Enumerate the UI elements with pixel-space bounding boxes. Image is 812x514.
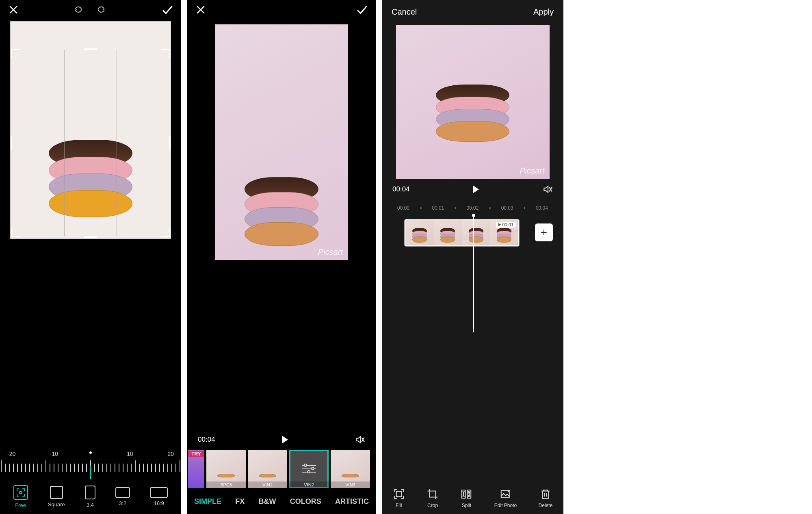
apply-button[interactable]: Apply [533, 7, 554, 17]
close-icon [8, 4, 19, 15]
ratio-16-9[interactable]: 16:9 [150, 487, 168, 506]
tool-crop[interactable]: Crop [427, 488, 439, 508]
trash-icon [539, 488, 552, 500]
tl-time: 00:04 [536, 205, 548, 211]
crop-icon [427, 488, 439, 500]
aspect-ratio-bar: Free Square 3:4 3:2 16:9 [0, 479, 181, 514]
crop-frame[interactable] [12, 50, 169, 236]
ratio-label: 3:2 [119, 500, 126, 506]
undo-icon [73, 4, 84, 15]
topbar: Cancel Apply [382, 0, 563, 24]
confirm-button[interactable] [161, 4, 173, 17]
tl-time: 00:02 [466, 205, 479, 211]
close-button[interactable] [8, 4, 19, 17]
cat-bw[interactable]: B&W [256, 495, 279, 508]
check-icon [161, 4, 173, 16]
ratio-label: Square [48, 501, 65, 507]
playback-row: 00:04 [187, 429, 376, 450]
filter-try[interactable]: TRY [188, 450, 204, 488]
cancel-button[interactable]: Cancel [392, 7, 417, 17]
crop-handle-bottom[interactable] [84, 236, 97, 238]
clip-duration: 00:01 [502, 222, 513, 227]
timeline-track[interactable]: 00:01 + [382, 215, 563, 252]
crop-handle-tl[interactable] [11, 49, 20, 58]
edit-photo-icon [500, 488, 512, 500]
redo-button[interactable] [96, 4, 106, 17]
ruler-label: 10 [127, 451, 133, 457]
undo-button[interactable] [73, 4, 84, 17]
clip-duration-badge: 00:01 [496, 222, 516, 228]
crop-handle-bl[interactable] [11, 228, 20, 237]
tool-label: Split [462, 503, 471, 508]
straighten-ruler[interactable]: -20 -10 10 20 [0, 451, 181, 479]
crop-canvas[interactable] [10, 21, 171, 239]
ratio-square[interactable]: Square [48, 486, 65, 507]
filter-label: VIN3 [331, 481, 370, 488]
filter-thumbnails[interactable]: TRY SPC3 VIN1 VIN2 VIN3 [187, 450, 376, 489]
preview-image[interactable]: Picsart [215, 24, 348, 260]
timeline[interactable]: 00:00 00:01 00:02 00:03 00:04 00:01 + [382, 198, 563, 252]
filter-vin3[interactable]: VIN3 [331, 450, 370, 488]
ratio-label: 3:4 [87, 502, 94, 508]
cat-fx[interactable]: FX [232, 495, 248, 508]
time-display: 00:04 [198, 436, 215, 444]
redo-icon [96, 4, 106, 15]
close-icon [195, 4, 206, 15]
playback-row: 00:04 [382, 180, 563, 198]
ratio-3-2[interactable]: 3:2 [115, 487, 130, 506]
filter-label: SPC3 [206, 481, 246, 488]
filter-label: VIN1 [248, 481, 287, 488]
tool-split[interactable]: Split [460, 488, 472, 508]
tool-fill[interactable]: Fill [393, 488, 405, 508]
mute-button[interactable] [355, 434, 365, 445]
ratio-3-4[interactable]: 3:4 [85, 486, 95, 508]
filter-label: VIN2 [289, 481, 329, 488]
playhead[interactable] [473, 215, 474, 332]
filter-vin2-selected[interactable]: VIN2 [289, 450, 329, 488]
crop-handle-tr[interactable] [161, 49, 170, 58]
watermark: Picsart [318, 247, 343, 257]
ruler-marker[interactable] [90, 466, 91, 479]
tool-label: Edit Photo [494, 503, 517, 508]
split-icon [460, 488, 472, 500]
crop-handle-br[interactable] [161, 228, 170, 237]
crop-handle-right[interactable] [169, 137, 171, 150]
confirm-button[interactable] [355, 4, 368, 17]
crop-handle-top[interactable] [84, 48, 97, 50]
tl-time: 00:01 [432, 205, 444, 211]
time-display: 00:04 [392, 185, 410, 193]
tool-label: Fill [396, 503, 402, 508]
screen-crop: -20 -10 10 20 Free Square 3:4 3:2 16:9 [0, 0, 181, 514]
cat-simple[interactable]: SIMPLE [191, 495, 225, 508]
topbar [187, 0, 376, 21]
ratio-label: Free [15, 502, 26, 508]
screen-filter: Picsart 00:04 TRY SPC3 VIN1 VIN2 VIN3 SI… [187, 0, 376, 514]
play-button[interactable] [282, 436, 288, 444]
tool-delete[interactable]: Delete [539, 488, 553, 508]
tool-edit-photo[interactable]: Edit Photo [494, 488, 517, 508]
image-content [436, 47, 509, 142]
cat-artistic[interactable]: ARTISTIC [332, 495, 372, 508]
preview-image[interactable]: Picsart [396, 25, 550, 179]
tool-label: Delete [539, 503, 553, 508]
crop-handle-left[interactable] [11, 137, 12, 150]
free-crop-icon [16, 488, 26, 497]
clip[interactable]: 00:01 [405, 219, 519, 246]
tl-time: 00:00 [397, 205, 409, 211]
close-button[interactable] [195, 4, 206, 17]
ratio-free[interactable]: Free [13, 485, 28, 508]
add-clip-button[interactable]: + [535, 223, 553, 241]
cat-colors[interactable]: COLORS [287, 495, 325, 508]
filter-vin1[interactable]: VIN1 [248, 450, 287, 488]
ratio-label: 16:9 [154, 500, 164, 506]
ruler-label: 20 [167, 451, 174, 457]
mute-button[interactable] [542, 184, 553, 195]
svg-point-0 [19, 491, 22, 494]
plus-icon: + [541, 226, 547, 239]
tool-row: Fill Crop Split Edit Photo Delete [382, 482, 563, 514]
ruler-label: -20 [7, 451, 15, 457]
watermark: Picsart [520, 166, 544, 176]
filter-spc3[interactable]: SPC3 [206, 450, 246, 488]
topbar [0, 0, 181, 21]
play-button[interactable] [473, 185, 479, 193]
